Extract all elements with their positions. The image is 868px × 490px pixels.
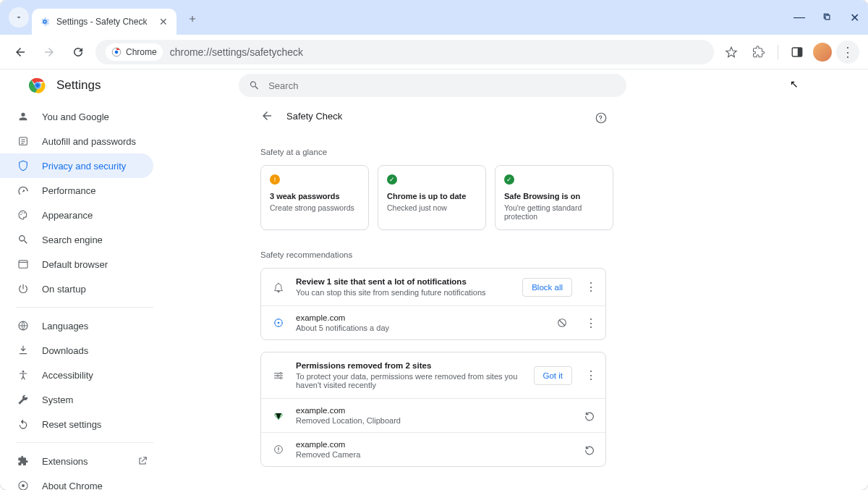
tab-title: Settings - Safety Check [56,17,152,27]
help-icon [595,111,608,124]
reload-button[interactable] [67,41,90,64]
svg-point-13 [24,213,25,214]
toolbar-divider [778,45,778,59]
svg-point-20 [278,322,280,324]
page-title: Safety Check [286,111,342,122]
sidebar-label: Appearance [42,210,93,221]
reco-site-row: example.com About 5 notifications a day … [261,305,605,339]
sidebar-item-extensions[interactable]: Extensions [0,449,153,473]
reco-site-row: example.com Removed Camera [261,432,605,466]
glance-section-label: Safety at a glance [260,148,868,156]
browser-toolbar: Chrome chrome://settings/safetycheck ⋮ [0,35,868,69]
settings-search-input[interactable] [267,80,616,92]
sidebar-item-downloads[interactable]: Downloads [0,338,153,363]
puzzle-icon [752,46,765,59]
side-panel-button[interactable] [786,41,809,64]
main-panel: Safety Check Safety at a glance ! 3 weak… [166,69,868,490]
bookmark-button[interactable] [720,41,743,64]
sidebar-item-privacy[interactable]: Privacy and security [0,153,153,178]
extension-icon [16,455,30,467]
reco-header: Permissions removed from 2 sites To prot… [261,352,605,398]
sidebar-item-on-startup[interactable]: On startup [0,276,153,301]
block-all-button[interactable]: Block all [522,278,572,297]
sidebar-item-system[interactable]: System [0,387,153,412]
sidebar-item-autofill[interactable]: Autofill and passwords [0,129,153,153]
reco-card-notifications: Review 1 site that sent a lot of notific… [260,268,606,340]
sidebar-item-performance[interactable]: Performance [0,178,153,203]
sidebar-label: Privacy and security [42,161,126,172]
reload-icon [72,46,85,59]
svg-point-24 [280,377,281,379]
minimize-button[interactable]: — [793,11,805,24]
reset-icon [16,418,30,430]
row-menu-button[interactable]: ⋮ [582,316,600,330]
sidebar-item-reset[interactable]: Reset settings [0,412,153,436]
app-menu-button[interactable]: ⋮ [836,41,859,64]
browser-tab[interactable]: Settings - Safety Check ✕ [32,9,176,35]
warning-icon: ! [270,174,280,185]
sidebar-label: On startup [42,284,86,295]
plus-icon [187,14,197,24]
got-it-button[interactable]: Got it [534,366,572,385]
browser-icon [16,258,30,270]
undo-button[interactable] [584,410,600,421]
block-site-button[interactable] [556,317,572,329]
block-icon [556,317,568,329]
profile-avatar[interactable] [813,43,832,62]
sidebar-item-accessibility[interactable]: Accessibility [0,363,153,387]
sidebar-item-you-and-google[interactable]: You and Google [0,104,153,129]
tab-search-button[interactable] [9,7,29,28]
svg-rect-14 [19,261,27,269]
content-area: You and Google Autofill and passwords Pr… [0,69,868,490]
search-icon [249,80,260,91]
glance-cards: ! 3 weak passwords Create strong passwor… [260,165,868,230]
close-tab-button[interactable]: ✕ [158,16,169,28]
toolbar-right: ⋮ [720,41,859,64]
app-header: Settings [29,77,101,94]
speed-icon [16,185,30,196]
sidebar-item-search-engine[interactable]: Search engine [0,227,153,252]
reco-row-detail: Removed Location, Clipboard [296,416,574,425]
undo-button[interactable] [584,444,600,455]
svg-point-22 [280,372,281,373]
glance-sub: Create strong passwords [270,203,359,212]
sidebar-label: System [42,394,73,405]
glance-card-updates[interactable]: ✓ Chrome is up to date Checked just now [378,165,486,230]
window-controls: — ✕ [793,0,859,35]
page-back-button[interactable] [260,109,273,122]
reco-sub: To protect your data, permissions were r… [296,372,524,389]
maximize-button[interactable] [822,12,833,22]
settings-search[interactable] [239,74,626,97]
back-button[interactable] [9,41,32,64]
sidebar-item-about[interactable]: About Chrome [0,473,153,490]
glance-card-passwords[interactable]: ! 3 weak passwords Create strong passwor… [260,165,369,230]
reco-menu-button[interactable]: ⋮ [582,368,600,382]
extensions-button[interactable] [747,41,770,64]
forward-button[interactable] [38,41,61,64]
tab-strip: Settings - Safety Check ✕ — ✕ [0,0,868,35]
sidebar-label: Search engine [42,235,103,245]
svg-point-18 [22,484,25,487]
restore-icon [822,12,833,22]
reco-header: Review 1 site that sent a lot of notific… [261,269,605,305]
omnibox-url: chrome://settings/safetycheck [170,46,303,58]
svg-point-16 [22,371,25,373]
sidebar-label: Languages [42,321,88,331]
close-window-button[interactable]: ✕ [850,11,859,25]
form-icon [16,135,30,147]
sidebar-item-appearance[interactable]: Appearance [0,203,153,227]
omnibox[interactable]: Chrome chrome://settings/safetycheck [95,40,714,64]
omnibox-chip: Chrome [106,43,163,61]
glance-card-safe-browsing[interactable]: ✓ Safe Browsing is on You're getting sta… [495,165,613,230]
sidebar-item-default-browser[interactable]: Default browser [0,252,153,276]
sidebar-item-languages[interactable]: Languages [0,313,153,338]
new-tab-button[interactable] [182,9,203,29]
sidebar-label: Autofill and passwords [42,136,136,147]
undo-icon [584,410,595,421]
glance-sub: You're getting standard protection [504,203,604,221]
reco-title: Permissions removed from 2 sites [296,361,524,370]
help-button[interactable] [595,111,608,124]
reco-menu-button[interactable]: ⋮ [582,280,600,294]
arrow-left-icon [260,109,273,122]
glance-title: Safe Browsing is on [504,192,604,200]
